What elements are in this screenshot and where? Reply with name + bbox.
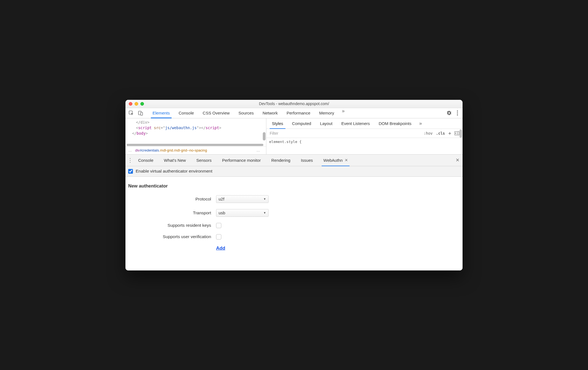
styles-filter-input[interactable] [268,131,422,136]
drawer-tab-webauthn-label: WebAuthn [323,158,343,163]
traffic-lights [129,102,144,106]
minimize-window-button[interactable] [135,102,138,106]
elements-panel-split: </div> <script src="js/webauthn.js"></sc… [125,118,463,155]
chevron-down-icon: ▼ [263,197,266,200]
breadcrumb-leading-ellipsis[interactable]: … [128,148,132,152]
add-row: Add [128,246,460,251]
drawer-tab-issues[interactable]: Issues [298,154,316,166]
user-verification-checkbox[interactable] [216,234,221,239]
transport-row: Transport usb ▼ [128,209,460,217]
drawer-tabs: Console What's New Sensors Performance m… [135,154,351,166]
user-verification-row: Supports user verification [128,234,460,239]
tab-sources[interactable]: Sources [234,108,258,118]
main-tabs: Elements Console CSS Overview Sources Ne… [148,108,348,118]
styles-filter-row: :hov .cls + [266,129,463,138]
protocol-row: Protocol u2f ▼ [128,195,460,203]
svg-point-4 [457,113,458,114]
code-line-1: </div> [136,120,149,124]
enable-virtual-auth-checkbox[interactable] [128,169,133,174]
settings-icon[interactable] [445,108,453,118]
svg-rect-2 [141,112,143,115]
window-title: DevTools - webauthndemo.appspot.com/ [125,101,463,106]
cls-toggle[interactable]: .cls [434,131,447,136]
tab-css-overview[interactable]: CSS Overview [198,108,234,118]
styles-pane: Styles Computed Layout Event Listeners D… [266,118,463,154]
main-tabbar: Elements Console CSS Overview Sources Ne… [125,108,463,118]
enable-virtual-authenticator-row: Enable virtual authenticator environment [125,166,463,177]
drawer-menu-icon[interactable]: ⋮ [127,157,133,163]
new-style-rule-icon[interactable]: + [447,130,453,136]
protocol-select[interactable]: u2f ▼ [216,195,269,203]
styles-body[interactable]: element.style { [266,138,463,145]
drawer-tab-perf-monitor[interactable]: Performance monitor [219,154,264,166]
sidebar-tab-computed[interactable]: Computed [288,118,316,129]
sidebar-tab-dom-breakpoints[interactable]: DOM Breakpoints [374,118,416,129]
sidebar-tabs: Styles Computed Layout Event Listeners D… [266,118,463,129]
sidebar-tab-layout[interactable]: Layout [316,118,337,129]
resident-keys-row: Supports resident keys [128,223,460,228]
styles-scrollbar-thumb[interactable] [460,129,462,138]
tab-network[interactable]: Network [258,108,282,118]
close-window-button[interactable] [129,102,132,106]
zoom-window-button[interactable] [140,102,144,106]
vertical-scrollbar-thumb[interactable] [263,132,266,140]
drawer-tab-sensors[interactable]: Sensors [194,154,214,166]
dom-breadcrumb[interactable]: … div#credentials.mdl-grid.mdl-grid--no-… [125,146,266,154]
hov-toggle[interactable]: :hov [422,131,434,136]
enable-virtual-auth-label: Enable virtual authenticator environment [136,169,212,174]
drawer-tab-rendering[interactable]: Rendering [269,154,293,166]
more-menu-icon[interactable] [453,108,461,118]
add-authenticator-link[interactable]: Add [216,246,225,251]
new-authenticator-form: Protocol u2f ▼ Transport usb ▼ Supports … [128,195,460,251]
tab-elements[interactable]: Elements [148,108,174,118]
new-authenticator-heading: New authenticator [128,183,460,189]
horizontal-scrollbar-thumb[interactable] [127,144,263,146]
resident-keys-label: Supports resident keys [128,223,211,228]
webauthn-panel: New authenticator Protocol u2f ▼ Transpo… [125,177,463,270]
drawer-tab-whatsnew[interactable]: What's New [161,154,189,166]
drawer-close-icon[interactable]: × [454,157,461,164]
drawer-tab-close-icon[interactable]: × [345,157,348,163]
sidebar-tabs-overflow-icon[interactable]: » [416,121,425,126]
protocol-value: u2f [219,197,224,201]
dom-tree-code[interactable]: </div> <script src="js/webauthn.js"></sc… [125,118,266,146]
inspect-element-icon[interactable] [127,108,136,118]
dom-tree-pane: </div> <script src="js/webauthn.js"></sc… [125,118,266,154]
sidebar-tab-event-listeners[interactable]: Event Listeners [337,118,374,129]
devtools-window: DevTools - webauthndemo.appspot.com/ Ele… [125,100,463,270]
resident-keys-checkbox[interactable] [216,223,221,228]
sidebar-tab-styles[interactable]: Styles [267,118,288,129]
drawer-tabbar: ⋮ Console What's New Sensors Performance… [125,155,463,166]
tab-performance[interactable]: Performance [282,108,315,118]
chevron-down-icon: ▼ [263,211,266,214]
titlebar: DevTools - webauthndemo.appspot.com/ [125,100,463,108]
device-toolbar-icon[interactable] [136,108,145,118]
protocol-label: Protocol [128,197,211,202]
svg-point-3 [457,111,458,112]
svg-point-5 [457,114,458,116]
transport-label: Transport [128,210,211,215]
tab-memory[interactable]: Memory [315,108,338,118]
tab-console[interactable]: Console [174,108,198,118]
transport-select[interactable]: usb ▼ [216,209,269,217]
drawer-tab-webauthn[interactable]: WebAuthn × [321,154,350,166]
user-verification-label: Supports user verification [128,234,211,239]
transport-value: usb [219,210,225,215]
drawer-tab-console[interactable]: Console [135,154,156,166]
breadcrumb-trailing-ellipsis[interactable]: … [256,148,261,152]
main-tabs-overflow-icon[interactable]: » [338,108,348,118]
